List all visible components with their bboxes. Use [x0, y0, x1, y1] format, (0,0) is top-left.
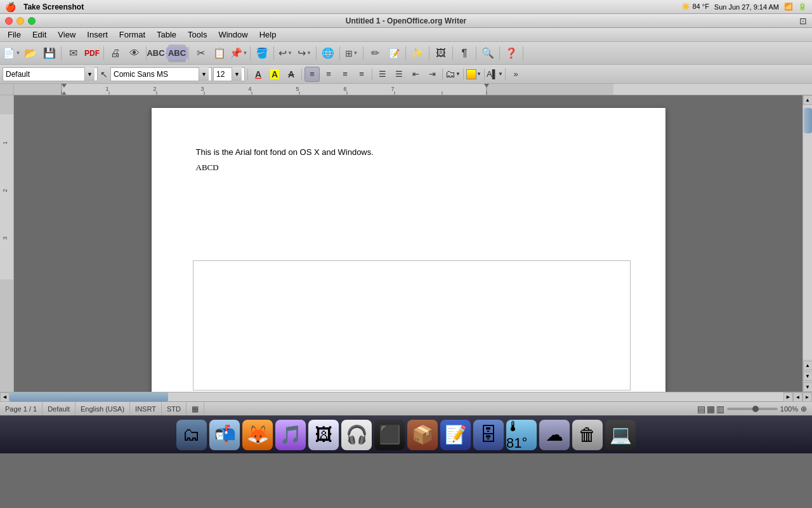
toc-button[interactable]: 🗂 ▼	[445, 67, 461, 82]
save-button[interactable]: 💾	[41, 44, 58, 62]
hyperlink-button[interactable]: 🌐	[319, 44, 337, 62]
h-scroll-thumb[interactable]	[10, 392, 168, 401]
paragraph-style-selector[interactable]: Default ▼	[3, 67, 98, 81]
zoom-button[interactable]: 🔍	[479, 44, 497, 62]
char-style-button[interactable]: A▌ ▼	[487, 67, 502, 82]
dock-ipod[interactable]: 🎧	[341, 420, 372, 450]
cut-button[interactable]: ✂	[192, 44, 209, 62]
menu-table[interactable]: Table	[152, 29, 181, 41]
align-left-button[interactable]: ≡	[304, 67, 320, 82]
increase-indent-button[interactable]: ⇥	[424, 67, 440, 82]
dock-itunes[interactable]: 🎵	[275, 420, 306, 450]
content-area[interactable]: This is the Arial font fond on OS X and …	[14, 95, 802, 392]
font-highlight-button[interactable]: A	[267, 67, 282, 82]
font-size-selector[interactable]: 12 ▼	[213, 67, 245, 81]
dock-files[interactable]: 🗄	[473, 420, 504, 450]
dock-mail[interactable]: 📬	[209, 420, 240, 450]
system-app-name[interactable]: Take Screenshot	[23, 3, 84, 11]
track-changes-button[interactable]: 📝	[385, 44, 403, 62]
paste-button[interactable]: 📌 ▼	[230, 44, 247, 62]
spellcheck-button[interactable]: ABC ✓	[149, 44, 167, 62]
char-style-arrow[interactable]: ▼	[498, 71, 503, 77]
new-doc-button[interactable]: 📄 ▼	[3, 44, 20, 62]
undo-arrow[interactable]: ▼	[287, 50, 292, 56]
align-center-button[interactable]: ≡	[321, 67, 336, 82]
dock-finder[interactable]: 🗂	[176, 420, 207, 450]
undo-button[interactable]: ↩ ▼	[277, 44, 294, 62]
redo-arrow[interactable]: ▼	[306, 50, 311, 56]
menu-tools[interactable]: Tools	[183, 29, 212, 41]
ruler-corner[interactable]	[0, 84, 14, 95]
resize-icon[interactable]: ⊡	[799, 16, 807, 26]
maximize-button[interactable]	[28, 17, 36, 25]
scroll-down-button[interactable]: ▼	[803, 382, 813, 392]
help-button[interactable]: ❓	[502, 44, 520, 62]
zoom-in-button[interactable]: ⊕	[801, 404, 807, 413]
table-arrow[interactable]: ▼	[353, 50, 358, 56]
highlight-color-button[interactable]: ▼	[466, 67, 481, 82]
menu-edit[interactable]: Edit	[27, 29, 51, 41]
menu-insert[interactable]: Insert	[82, 29, 113, 41]
font-color-button[interactable]: A	[251, 67, 266, 82]
view-double-button[interactable]: ▦	[707, 404, 715, 414]
autocorrect-button[interactable]: ABC	[168, 44, 186, 62]
toc-arrow[interactable]: ▼	[455, 71, 461, 77]
h-scroll-prev[interactable]: ◄	[793, 392, 802, 402]
font-size-arrow[interactable]: ▼	[232, 67, 242, 81]
scroll-right-button[interactable]: ►	[783, 392, 793, 402]
dock-terminal[interactable]: ⬛	[374, 420, 405, 450]
scroll-up-button[interactable]: ▲	[803, 95, 813, 105]
new-doc-arrow[interactable]: ▼	[16, 50, 21, 56]
dock-writer[interactable]: 📝	[440, 420, 471, 450]
menu-window[interactable]: Window	[213, 29, 252, 41]
scrollbar-thumb[interactable]	[804, 108, 812, 133]
scroll-left-button[interactable]: ◄	[0, 392, 10, 402]
copy-button[interactable]: 📋	[211, 44, 228, 62]
scrollbar-track[interactable]	[803, 105, 812, 359]
draw-button[interactable]: ✏	[366, 44, 384, 62]
zoom-thumb[interactable]	[752, 406, 759, 412]
dock-weather[interactable]: 🌡81°	[506, 420, 537, 450]
table-button[interactable]: ⊞ ▼	[343, 44, 360, 62]
apple-logo-icon[interactable]: 🍎	[5, 2, 16, 12]
strikethrough-button[interactable]: A	[284, 67, 299, 82]
close-button[interactable]	[5, 17, 13, 25]
sparkle-button[interactable]: ✨	[409, 44, 426, 62]
view-book-button[interactable]: ▥	[716, 404, 724, 414]
next-page-button[interactable]: ▼	[803, 371, 813, 381]
dock-installer[interactable]: 📦	[407, 420, 438, 450]
paste-arrow[interactable]: ▼	[243, 50, 248, 56]
email-button[interactable]: ✉	[64, 44, 82, 62]
ordered-list-button[interactable]: ☰	[391, 67, 407, 82]
decrease-indent-button[interactable]: ⇤	[408, 67, 423, 82]
menu-view[interactable]: View	[53, 29, 81, 41]
image-button[interactable]: 🖼	[432, 44, 450, 62]
toolbar-expand-button[interactable]: »	[508, 67, 523, 82]
menu-format[interactable]: Format	[114, 29, 150, 41]
zoom-slider[interactable]	[727, 408, 778, 410]
dock-steam[interactable]: ☁	[539, 420, 570, 450]
view-single-button[interactable]: ▤	[697, 404, 705, 414]
minimize-button[interactable]	[16, 17, 24, 25]
dock-preview[interactable]: 🖼	[308, 420, 339, 450]
prev-page-button[interactable]: ▲	[803, 361, 813, 370]
print-preview-button[interactable]: 👁	[126, 44, 143, 62]
dock-trash[interactable]: 🗑	[572, 420, 603, 450]
menu-file[interactable]: File	[3, 29, 26, 41]
page-content[interactable]: This is the Arial font fond on OS X and …	[196, 146, 627, 173]
paragraph-style-arrow[interactable]: ▼	[84, 67, 95, 81]
pdf-button[interactable]: PDF	[83, 44, 101, 62]
unordered-list-button[interactable]: ☰	[375, 67, 390, 82]
print-button[interactable]: 🖨	[107, 44, 124, 62]
open-button[interactable]: 📂	[22, 44, 39, 62]
font-selector[interactable]: Comic Sans MS ▼	[110, 67, 212, 81]
menu-help[interactable]: Help	[254, 29, 282, 41]
redo-button[interactable]: ↪ ▼	[296, 44, 313, 62]
font-arrow[interactable]: ▼	[199, 67, 209, 81]
h-scroll-next[interactable]: ►	[802, 392, 812, 402]
dock-terminal2[interactable]: 💻	[605, 420, 636, 450]
align-justify-button[interactable]: ≡	[354, 67, 369, 82]
highlight-arrow[interactable]: ▼	[476, 71, 481, 77]
align-right-button[interactable]: ≡	[337, 67, 353, 82]
h-scroll-track[interactable]	[10, 392, 783, 401]
